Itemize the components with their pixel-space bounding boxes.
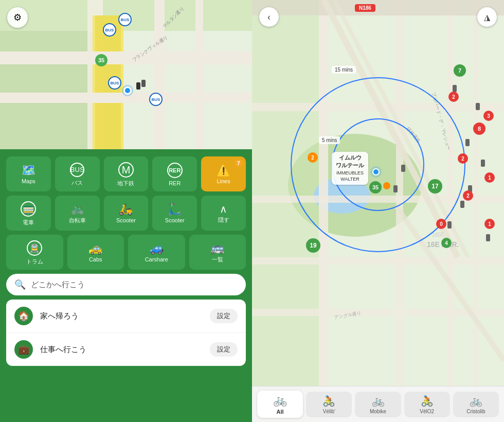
carshare-label: Carshare xyxy=(145,256,168,262)
scooter-1 xyxy=(453,85,457,92)
scooter-marker-1 xyxy=(136,82,140,90)
tab-cristolib-label: Cristolib xyxy=(466,409,485,414)
bicycle-button[interactable]: 🚲 自転車 xyxy=(55,196,100,231)
metro-button[interactable]: M 地下鉄 xyxy=(104,156,149,191)
tab-velo2[interactable]: 🚴 VélO2 xyxy=(404,392,450,417)
scooter-7 xyxy=(447,221,452,228)
lines-button[interactable]: ⚠️ Lines 7 xyxy=(201,156,246,191)
navigate-button[interactable]: ◮ xyxy=(477,7,497,27)
gear-button[interactable]: ⚙ xyxy=(7,7,28,28)
scooter1-button[interactable]: 🛵 Scooter xyxy=(104,196,149,231)
carshare-icon: 🚙 xyxy=(150,243,164,254)
tab-velo2-label: VélO2 xyxy=(420,409,434,414)
svg-rect-24 xyxy=(252,0,504,15)
tab-velib[interactable]: 🚴 Vélib' xyxy=(306,392,352,417)
work-label: 仕事へ行こう xyxy=(40,345,203,355)
tab-mobike-icon: 🚲 xyxy=(372,395,385,407)
marker-green-19: 19 xyxy=(306,238,320,253)
lines-label: Lines xyxy=(217,178,230,184)
marker-orange-2: 2 xyxy=(308,152,318,163)
left-map: マルタン通り フランクヴィル通り BUS BUS BUS BUS 35 ⚙ xyxy=(0,0,252,149)
rer-button[interactable]: RER RER xyxy=(152,156,197,191)
scooter2-label: Scooter xyxy=(165,217,185,223)
cabs-icon: 🚕 xyxy=(88,243,102,254)
tab-velo2-icon: 🚴 xyxy=(421,395,434,407)
metro-label: 地下鉄 xyxy=(117,180,134,187)
tab-mobike[interactable]: 🚲 Mobike xyxy=(355,392,401,417)
scooter-6 xyxy=(460,201,464,208)
right-panel: 緑林道路 ブルバード・デ・マレシュー アングル通り 16E ARR. 16区 N… xyxy=(252,0,504,422)
lines-badge: 7 xyxy=(235,160,243,167)
home-settings-button[interactable]: 設定 xyxy=(210,309,238,323)
train-button[interactable]: 🚃 電車 xyxy=(6,196,51,231)
tab-cristolib-icon: 🚲 xyxy=(470,395,482,407)
bus-badge-1: BUS xyxy=(103,23,116,37)
grid-row-1: 🗺️ Maps BUS バス M 地下鉄 RER RER ⚠️ Lines 7 xyxy=(6,156,246,191)
marker-red-2c: 2 xyxy=(463,190,473,201)
bottom-panel: 🗺️ Maps BUS バス M 地下鉄 RER RER ⚠️ Lines 7 xyxy=(0,149,252,422)
road-badge-n186: N186 xyxy=(355,4,375,12)
svg-rect-23 xyxy=(473,0,478,422)
back-button[interactable]: ‹ xyxy=(259,7,279,27)
carshare-button[interactable]: 🚙 Carshare xyxy=(128,235,185,270)
tab-all-label: All xyxy=(277,409,284,415)
maps-icon: 🗺️ xyxy=(22,165,35,176)
maps-button[interactable]: 🗺️ Maps xyxy=(6,156,51,191)
search-button[interactable]: 🔍 どこかへ行こう xyxy=(6,274,246,295)
metro-icon: M xyxy=(118,162,134,178)
home-icon: 🏠 xyxy=(14,307,33,325)
hide-icon: ∧ xyxy=(220,204,227,214)
scooter-4 xyxy=(481,160,485,167)
work-icon: 💼 xyxy=(14,340,33,359)
svg-rect-9 xyxy=(195,0,203,149)
bus-label: バス xyxy=(71,179,83,187)
grid-row-2: 🚃 電車 🚲 自転車 🛵 Scooter 🛴 Scooter ∧ 隠す xyxy=(6,196,246,231)
scooter2-icon: 🛴 xyxy=(168,204,182,215)
scooter-2 xyxy=(476,103,480,110)
marker-green-35: 35 xyxy=(369,181,382,194)
work-settings-button[interactable]: 設定 xyxy=(210,342,238,357)
list-button[interactable]: 🚌 一覧 xyxy=(189,235,246,270)
search-icon: 🔍 xyxy=(14,279,26,290)
rer-label: RER xyxy=(169,180,181,186)
marker-red-1a: 1 xyxy=(484,172,495,183)
tab-all[interactable]: 🚲 All xyxy=(257,391,303,418)
tab-velib-icon: 🚴 xyxy=(322,395,335,407)
left-panel: マルタン通り フランクヴィル通り BUS BUS BUS BUS 35 ⚙ 🗺️… xyxy=(0,0,252,422)
location-name-jp: イムルウワルテール xyxy=(336,154,364,170)
marker-green-7: 7 xyxy=(454,64,466,77)
bottom-tabs: 🚲 All 🚴 Vélib' 🚲 Mobike 🚴 VélO2 🚲 Cristo… xyxy=(252,386,504,422)
list-icon: 🚌 xyxy=(210,242,224,254)
home-nav-item[interactable]: 🏠 家へ帰ろう 設定 xyxy=(6,300,246,333)
scooter2-button[interactable]: 🛴 Scooter xyxy=(152,196,197,231)
tram-label: トラム xyxy=(26,258,43,266)
work-nav-item[interactable]: 💼 仕事へ行こう 設定 xyxy=(6,333,246,366)
time-label-15: 15 mins xyxy=(332,66,356,74)
tram-button[interactable]: 🚊 トラム xyxy=(6,235,63,270)
bicycle-icon: 🚲 xyxy=(70,203,84,215)
train-label: 電車 xyxy=(23,219,34,226)
rer-icon: RER xyxy=(167,163,183,178)
tab-cristolib[interactable]: 🚲 Cristolib xyxy=(453,392,499,417)
location-name-en: IMMEUBLESWALTER xyxy=(336,170,364,183)
bus-button[interactable]: BUS バス xyxy=(55,156,100,191)
grid-row-3: 🚊 トラム 🚕 Cabs 🚙 Carshare 🚌 一覧 xyxy=(6,235,246,270)
tab-all-icon: 🚲 xyxy=(273,394,287,407)
marker-red-8: 8 xyxy=(473,122,485,135)
cabs-button[interactable]: 🚕 Cabs xyxy=(67,235,124,270)
hide-button[interactable]: ∧ 隠す xyxy=(201,196,246,231)
tab-mobike-label: Mobike xyxy=(370,409,386,414)
time-label-5: 5 mins xyxy=(319,136,340,144)
bus-icon: BUS xyxy=(70,163,84,177)
svg-rect-8 xyxy=(154,0,165,149)
marker-red-3: 3 xyxy=(483,111,494,121)
route-35: 35 xyxy=(95,54,107,66)
svg-rect-19 xyxy=(252,257,504,265)
train-icon: 🚃 xyxy=(21,201,36,217)
search-placeholder: どこかへ行こう xyxy=(31,280,85,290)
svg-text:16区: 16区 xyxy=(432,232,444,238)
back-icon: ‹ xyxy=(267,12,271,23)
cabs-label: Cabs xyxy=(89,256,102,262)
navigate-icon: ◮ xyxy=(484,12,490,22)
hide-label: 隠す xyxy=(218,216,229,224)
